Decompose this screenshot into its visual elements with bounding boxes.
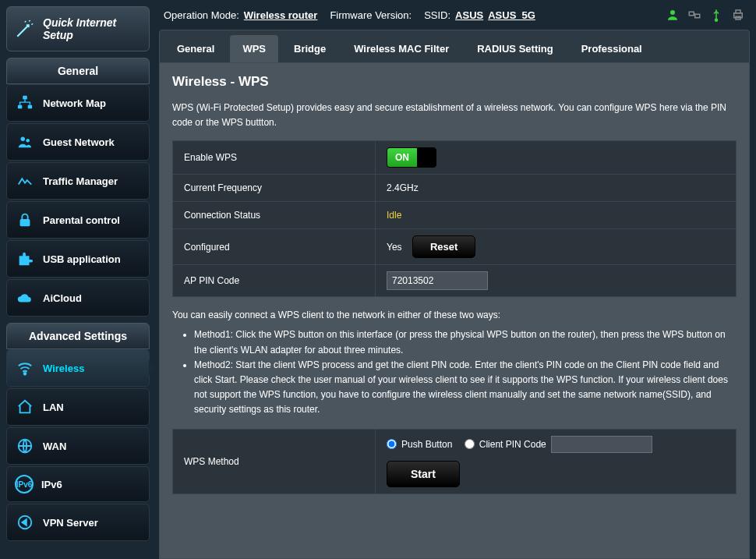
svg-rect-1	[18, 105, 23, 109]
method2-text: Method2: Start the client WPS process an…	[194, 358, 737, 418]
firmware-version-label: Firmware Version:	[330, 9, 412, 21]
tab-radius-setting[interactable]: RADIUS Setting	[465, 35, 566, 62]
content-area: Wireless - WPS WPS (Wi-Fi Protected Setu…	[159, 63, 750, 559]
current-frequency-label: Current Frequency	[173, 175, 376, 202]
enable-wps-toggle[interactable]: ON	[387, 147, 436, 168]
svg-rect-2	[28, 105, 32, 109]
svg-point-12	[715, 19, 718, 21]
tab-bar: General WPS Bridge Wireless MAC Filter R…	[159, 30, 750, 63]
svg-point-9	[670, 10, 675, 15]
tab-wireless-mac-filter[interactable]: Wireless MAC Filter	[341, 35, 461, 62]
ssid-value-1[interactable]: ASUS	[455, 9, 483, 21]
sidebar-item-parental-control[interactable]: Parental control	[6, 201, 150, 239]
general-section-header: General	[6, 58, 150, 84]
sidebar-item-aicloud[interactable]: AiCloud	[6, 279, 150, 317]
client-pin-input[interactable]	[551, 436, 652, 453]
network-map-icon	[15, 93, 35, 113]
configured-label: Configured	[173, 229, 376, 265]
network-status-icon[interactable]	[687, 8, 701, 22]
sidebar-item-label: Traffic Manager	[43, 175, 118, 187]
ap-pin-code-label: AP PIN Code	[173, 265, 376, 297]
top-info-bar: Operation Mode: Wireless router Firmware…	[159, 5, 750, 30]
settings-table: Enable WPS ON Current Frequency 2.4GHz C…	[172, 140, 737, 297]
configured-value: Yes	[387, 242, 402, 253]
quick-internet-setup-button[interactable]: Quick Internet Setup	[6, 6, 150, 51]
method1-text: Method1: Click the WPS button on this in…	[194, 327, 737, 357]
ssid-label: SSID:	[424, 9, 450, 21]
sidebar-item-usb-application[interactable]: USB application	[6, 240, 150, 278]
sidebar-item-label: Parental control	[43, 214, 120, 226]
advanced-section-header: Advanced Settings	[6, 323, 150, 349]
tab-wps[interactable]: WPS	[230, 35, 278, 62]
operation-mode-value[interactable]: Wireless router	[244, 9, 318, 21]
printer-status-icon[interactable]	[731, 8, 745, 22]
connection-status-value: Idle	[387, 210, 401, 221]
sidebar-item-label: WAN	[43, 440, 66, 452]
sidebar-item-ipv6[interactable]: IPv6 IPv6	[6, 466, 150, 502]
connection-status-label: Connection Status	[173, 202, 376, 229]
svg-rect-10	[689, 12, 694, 16]
sidebar-item-lan[interactable]: LAN	[6, 388, 150, 426]
enable-wps-label: Enable WPS	[173, 141, 376, 175]
svg-rect-5	[20, 219, 30, 226]
ap-pin-code-input[interactable]	[387, 271, 488, 290]
sidebar-item-label: Network Map	[43, 97, 106, 109]
sidebar-item-guest-network[interactable]: Guest Network	[6, 123, 150, 161]
tab-general[interactable]: General	[164, 35, 227, 62]
quick-internet-setup-label: Quick Internet Setup	[43, 16, 141, 41]
svg-point-6	[24, 373, 26, 375]
ipv6-icon: IPv6	[15, 475, 34, 494]
push-button-label: Push Button	[401, 439, 452, 450]
reset-button[interactable]: Reset	[412, 235, 475, 258]
toggle-on-label: ON	[387, 148, 417, 167]
sidebar-item-label: Guest Network	[43, 136, 115, 148]
sidebar-item-label: USB application	[43, 253, 121, 265]
sidebar-item-label: LAN	[43, 402, 64, 413]
puzzle-icon	[15, 249, 35, 269]
current-frequency-value: 2.4GHz	[376, 175, 737, 202]
sidebar-item-traffic-manager[interactable]: Traffic Manager	[6, 162, 150, 200]
sidebar-item-label: Wireless	[43, 363, 84, 374]
tab-bridge[interactable]: Bridge	[281, 35, 338, 62]
wps-method-label: WPS Method	[173, 429, 376, 494]
svg-rect-14	[736, 10, 740, 13]
svg-point-3	[21, 137, 26, 142]
wifi-icon	[15, 358, 35, 378]
page-title: Wireless - WPS	[172, 74, 737, 90]
sidebar-item-wireless[interactable]: Wireless	[6, 349, 150, 387]
methods-intro: You can easily connect a WPS client to t…	[172, 308, 737, 323]
start-button[interactable]: Start	[387, 461, 460, 487]
sidebar-item-label: IPv6	[41, 479, 62, 490]
svg-rect-0	[23, 96, 27, 100]
lock-icon	[15, 210, 35, 230]
client-pin-label: Client PIN Code	[479, 439, 546, 450]
push-button-radio[interactable]	[387, 439, 397, 449]
page-description: WPS (Wi-Fi Protected Setup) provides eas…	[172, 101, 737, 129]
vpn-icon	[15, 512, 35, 532]
wps-method-table: WPS Method Push Button Client PIN Code S…	[172, 429, 737, 494]
sidebar-item-label: VPN Server	[43, 517, 98, 529]
user-status-icon[interactable]	[666, 8, 680, 22]
globe-icon	[15, 436, 35, 456]
guest-network-icon	[15, 132, 35, 152]
usb-status-icon[interactable]	[709, 8, 723, 22]
client-pin-radio[interactable]	[465, 439, 475, 449]
sidebar-item-vpn-server[interactable]: VPN Server	[6, 504, 150, 541]
wand-icon	[15, 18, 35, 40]
svg-point-4	[26, 139, 30, 143]
home-icon	[15, 397, 35, 417]
traffic-manager-icon	[15, 171, 35, 191]
tab-professional[interactable]: Professional	[569, 35, 655, 62]
operation-mode-label: Operation Mode:	[164, 9, 239, 21]
sidebar-item-network-map[interactable]: Network Map	[6, 84, 150, 122]
ssid-value-2[interactable]: ASUS_5G	[488, 9, 535, 21]
sidebar-item-label: AiCloud	[43, 292, 82, 304]
svg-rect-11	[695, 14, 700, 18]
sidebar-item-wan[interactable]: WAN	[6, 427, 150, 465]
cloud-icon	[15, 288, 35, 308]
